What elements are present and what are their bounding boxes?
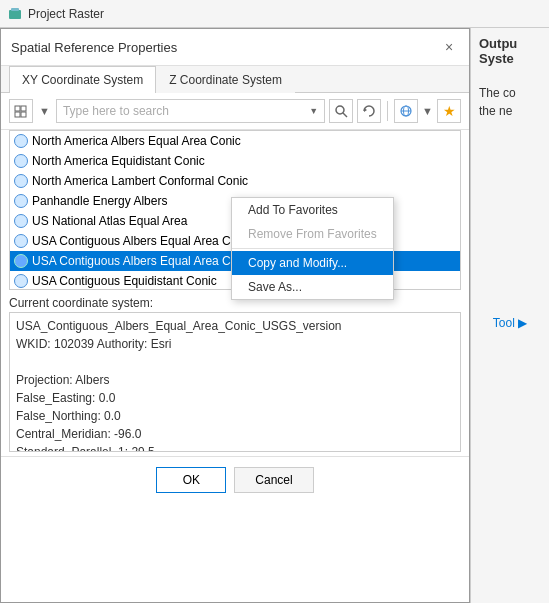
- list-item-text: North America Equidistant Conic: [32, 154, 205, 168]
- context-menu-copy-modify[interactable]: Copy and Modify...: [232, 251, 393, 275]
- list-item-text: USA Contiguous Equidistant Conic: [32, 274, 217, 288]
- right-panel: OutpuSyste The cothe ne Tool ▶: [470, 28, 549, 603]
- refresh-button[interactable]: [357, 99, 381, 123]
- dialog-title: Spatial Reference Properties: [11, 40, 177, 55]
- app-title: Project Raster: [28, 7, 104, 21]
- list-item-text: North America Lambert Conformal Conic: [32, 174, 248, 188]
- globe-dropdown-arrow: ▼: [422, 105, 433, 117]
- globe-list-icon: [14, 234, 28, 248]
- svg-line-7: [343, 113, 347, 117]
- filter-icon: [14, 104, 28, 118]
- search-input-area[interactable]: Type here to search ▼: [56, 99, 325, 123]
- dialog-panel: Spatial Reference Properties × XY Coordi…: [0, 28, 470, 603]
- globe-list-icon: [14, 134, 28, 148]
- right-panel-title: OutpuSyste: [479, 36, 541, 66]
- context-menu-separator: [232, 248, 393, 249]
- svg-point-6: [336, 106, 344, 114]
- list-item[interactable]: North America Albers Equal Area Conic: [10, 131, 460, 151]
- context-menu-add-favorites[interactable]: Add To Favorites: [232, 198, 393, 222]
- svg-rect-4: [15, 112, 20, 117]
- globe-list-icon: [14, 214, 28, 228]
- globe-list-icon: [14, 154, 28, 168]
- refresh-icon: [362, 104, 376, 118]
- context-menu: Add To Favorites Remove From Favorites C…: [231, 197, 394, 300]
- dropdown-arrow-left[interactable]: ▼: [37, 105, 52, 117]
- dialog-title-bar: Spatial Reference Properties ×: [1, 29, 469, 66]
- svg-marker-8: [364, 108, 367, 112]
- dialog-buttons: OK Cancel: [1, 456, 469, 503]
- search-icon: [334, 104, 348, 118]
- ok-button[interactable]: OK: [156, 467, 226, 493]
- main-layout: Spatial Reference Properties × XY Coordi…: [0, 28, 549, 603]
- svg-rect-3: [21, 106, 26, 111]
- title-bar: Project Raster: [0, 0, 549, 28]
- context-menu-remove-favorites: Remove From Favorites: [232, 222, 393, 246]
- list-item-text: USA Contiguous Albers Equal Area Conic: [32, 234, 253, 248]
- cancel-button[interactable]: Cancel: [234, 467, 313, 493]
- tab-xy[interactable]: XY Coordinate System: [9, 66, 156, 93]
- globe-button[interactable]: [394, 99, 418, 123]
- filter-button[interactable]: [9, 99, 33, 123]
- list-item[interactable]: North America Equidistant Conic: [10, 151, 460, 171]
- right-panel-text: The cothe ne: [479, 84, 541, 120]
- close-button[interactable]: ×: [439, 37, 459, 57]
- globe-list-icon: [14, 274, 28, 288]
- context-menu-save-as[interactable]: Save As...: [232, 275, 393, 299]
- app-icon: [8, 7, 22, 21]
- list-item-text: USA Contiguous Albers Equal Area Coni…: [32, 254, 259, 268]
- globe-list-icon: [14, 174, 28, 188]
- globe-list-icon: [14, 254, 28, 268]
- coord-content: USA_Contiguous_Albers_Equal_Area_Conic_U…: [16, 317, 454, 452]
- current-coord-section: Current coordinate system: USA_Contiguou…: [1, 290, 469, 456]
- list-item-text: US National Atlas Equal Area: [32, 214, 187, 228]
- globe-list-icon: [14, 194, 28, 208]
- dropdown-chevron: ▼: [309, 106, 318, 116]
- star-icon: ★: [443, 103, 456, 119]
- search-placeholder: Type here to search: [63, 104, 169, 118]
- svg-rect-2: [15, 106, 20, 111]
- svg-rect-1: [11, 8, 19, 11]
- tabs-container: XY Coordinate System Z Coordinate System: [1, 66, 469, 93]
- svg-rect-0: [9, 10, 21, 19]
- current-coord-box[interactable]: USA_Contiguous_Albers_Equal_Area_Conic_U…: [9, 312, 461, 452]
- search-button[interactable]: [329, 99, 353, 123]
- svg-rect-5: [21, 112, 26, 117]
- tab-z[interactable]: Z Coordinate System: [156, 66, 295, 93]
- tool-label: Tool ▶: [479, 316, 541, 330]
- list-item-text: Panhandle Energy Albers: [32, 194, 167, 208]
- favorites-button[interactable]: ★: [437, 99, 461, 123]
- search-toolbar: ▼ Type here to search ▼: [1, 93, 469, 130]
- list-item-text: North America Albers Equal Area Conic: [32, 134, 241, 148]
- list-item[interactable]: North America Lambert Conformal Conic: [10, 171, 460, 191]
- globe-icon: [399, 104, 413, 118]
- toolbar-separator: [387, 101, 388, 121]
